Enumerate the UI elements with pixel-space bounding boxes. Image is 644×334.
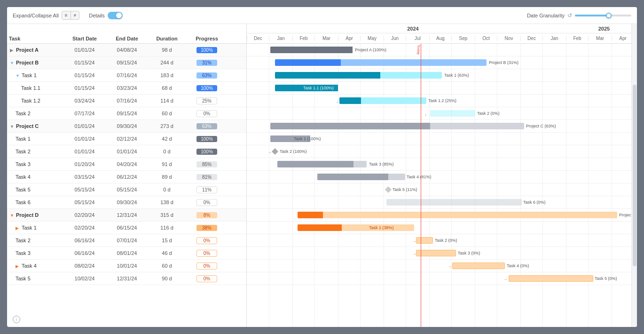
task-name: Task 2 xyxy=(7,238,63,243)
gantt-bar xyxy=(416,250,456,256)
gantt-year-row: 2024 2025 xyxy=(247,24,631,33)
details-toggle[interactable] xyxy=(108,12,123,19)
task-progress: 0% xyxy=(186,110,228,117)
gantt-row-project-a: Project A (100%) xyxy=(247,44,631,56)
month-jul: Jul xyxy=(406,36,429,41)
slider-track[interactable] xyxy=(575,15,631,16)
task-start: 01/01/24 xyxy=(63,149,106,154)
expand-icon[interactable]: ▼ xyxy=(10,61,15,65)
task-start: 10/02/24 xyxy=(63,276,106,281)
task-name: ▼Project B xyxy=(7,60,63,65)
task-start: 05/15/24 xyxy=(63,199,106,205)
date-granularity-slider[interactable] xyxy=(575,15,631,16)
gantt-row-task1-b: Task 1 (63%) xyxy=(247,69,631,82)
expand-icon[interactable]: ▶ xyxy=(16,264,20,269)
task-name: Task 1.2 xyxy=(7,98,63,103)
table-row: ▶Task 4 08/02/24 10/01/24 60 d 0% xyxy=(7,260,246,272)
expand-icon[interactable]: ▼ xyxy=(10,213,15,218)
gantt-bar xyxy=(452,262,505,269)
progress-badge: 11% xyxy=(196,186,217,193)
milestone-diamond-task5c xyxy=(385,186,392,193)
table-row: ▼Project C 01/01/24 09/30/24 273 d 63% xyxy=(7,120,246,133)
task-start: 05/15/24 xyxy=(63,187,106,192)
gantt-bar-label: Task 1 (100%) xyxy=(294,136,321,141)
table-row: Task 5 10/02/24 12/31/24 90 d 0% xyxy=(7,272,246,285)
slider-knob xyxy=(606,13,612,18)
task-end: 02/12/24 xyxy=(106,136,148,142)
expand-icon[interactable]: ▼ xyxy=(10,124,15,129)
gantt-bar-label: Task 6 (0%) xyxy=(523,200,546,205)
gantt-bar xyxy=(509,275,593,282)
progress-badge: 100% xyxy=(196,136,217,142)
table-row: ▼Project B 01/15/24 09/15/24 244 d 31% xyxy=(7,56,246,69)
task-name: Task 1 xyxy=(7,136,63,142)
month-mar-2025: Mar xyxy=(588,36,612,41)
month-jan: Jan xyxy=(269,36,292,41)
collapse-all-button[interactable]: ≠ xyxy=(71,11,79,19)
gantt-bar xyxy=(298,212,617,218)
progress-badge: 0% xyxy=(196,250,217,257)
details-label: Details xyxy=(89,13,105,18)
progress-badge: 85% xyxy=(196,161,217,167)
toggle-knob xyxy=(116,13,122,18)
scrollbar-thumb[interactable] xyxy=(633,85,636,266)
vertical-scrollbar[interactable] xyxy=(631,24,637,327)
table-row: ▶Project A 01/01/24 04/08/24 98 d 100% xyxy=(7,44,246,56)
month-oct: Oct xyxy=(475,36,497,41)
gantt-bar xyxy=(270,47,353,53)
expand-icon[interactable]: ▶ xyxy=(10,48,15,53)
progress-badge: 100% xyxy=(196,85,217,91)
expand-icon[interactable]: ▼ xyxy=(16,73,20,78)
year-label-2025: 2025 xyxy=(557,26,631,32)
milestone-diamond xyxy=(272,148,278,155)
gantt-bar-fill xyxy=(275,72,380,79)
scrollbar-track[interactable] xyxy=(632,24,637,327)
table-row: Task 3 01/20/24 04/20/24 91 d 85% xyxy=(7,158,246,171)
task-start: 02/20/24 xyxy=(63,225,106,231)
task-end: 03/23/24 xyxy=(106,85,148,91)
expand-collapse-buttons[interactable]: ≡ ≠ xyxy=(62,11,79,20)
gantt-bar xyxy=(270,123,524,129)
col-header-start: Start Date xyxy=(63,36,106,41)
task-end: 12/31/24 xyxy=(106,212,148,218)
task-progress: 31% xyxy=(186,60,228,66)
gantt-bar xyxy=(275,59,487,66)
task-duration: 90 d xyxy=(148,276,186,281)
progress-badge: 0% xyxy=(196,237,217,244)
task-end: 08/01/24 xyxy=(106,250,148,256)
gantt-row-task6-c: Task 6 (0%) xyxy=(247,196,631,209)
progress-badge: 25% xyxy=(196,97,217,104)
progress-badge: 81% xyxy=(196,174,217,180)
gantt-bar-label: Task 2 (0%) xyxy=(477,111,500,116)
month-jan-2025: Jan xyxy=(542,36,566,41)
table-row: Task 5 05/15/24 05/15/24 0 d 11% xyxy=(7,183,246,196)
task-end: 07/16/24 xyxy=(106,72,148,78)
gantt-bar xyxy=(416,237,433,244)
task-end: 07/01/24 xyxy=(106,238,148,243)
info-icon[interactable]: i xyxy=(13,316,20,323)
task-progress: 0% xyxy=(186,237,228,244)
task-duration: 138 d xyxy=(148,199,186,205)
progress-badge: 100% xyxy=(196,149,217,155)
expand-icon[interactable]: ▶ xyxy=(16,226,20,231)
task-progress: 0% xyxy=(186,250,228,257)
expand-all-button[interactable]: ≡ xyxy=(62,11,71,19)
task-duration: 15 d xyxy=(148,238,186,243)
task-duration: 46 d xyxy=(148,250,186,256)
month-nov: Nov xyxy=(497,36,520,41)
task-duration: 98 d xyxy=(148,47,186,53)
task-start: 02/20/24 xyxy=(63,212,106,218)
task-end: 12/31/24 xyxy=(106,276,148,281)
task-name: Task 2 xyxy=(7,111,63,116)
task-start: 01/15/24 xyxy=(63,60,106,65)
task-end: 01/01/24 xyxy=(106,149,148,154)
task-name: ▼Task 1 xyxy=(7,72,63,78)
task-start: 03/24/24 xyxy=(63,98,106,103)
gantt-bar-fill xyxy=(270,47,353,53)
task-progress: 63% xyxy=(186,123,228,129)
month-dec-prev: Dec xyxy=(247,36,269,41)
gantt-bar-label: Project C (63%) xyxy=(526,124,556,128)
task-end: 09/30/24 xyxy=(106,123,148,129)
gantt-row-project-c: Project C (63%) xyxy=(247,120,631,133)
gantt-bar-label: Task 3 (0%) xyxy=(458,251,480,255)
